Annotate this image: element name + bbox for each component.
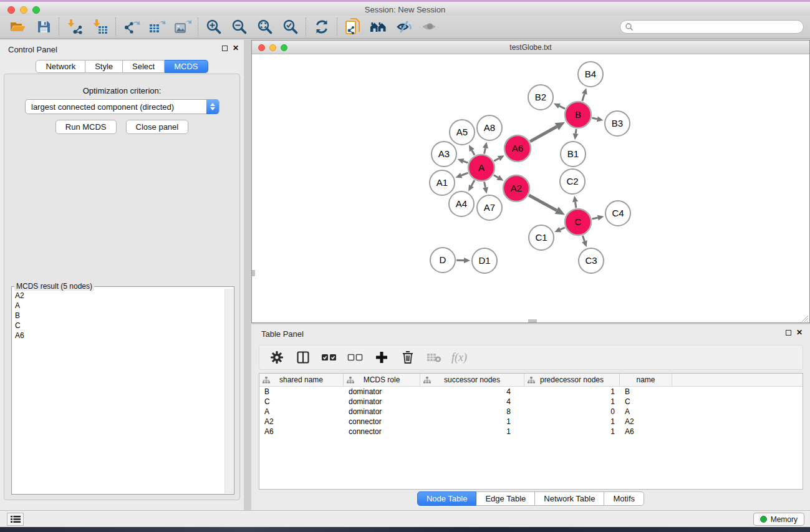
close-panel-icon[interactable]: ✕ xyxy=(233,45,239,51)
column-header-label: predecessor nodes xyxy=(540,375,604,384)
table-row-A2[interactable]: A2connector11A2 xyxy=(259,417,803,427)
task-history-icon[interactable] xyxy=(7,513,24,526)
show-columns-icon[interactable] xyxy=(294,348,312,367)
tab-style[interactable]: Style xyxy=(85,60,123,73)
criterion-select[interactable]: largest connected component (directed) xyxy=(25,99,219,114)
tab-edge-table[interactable]: Edge Table xyxy=(476,491,535,506)
table-cell: dominator xyxy=(344,407,420,416)
table-row-B[interactable]: Bdominator41B xyxy=(259,387,803,397)
criterion-value: largest connected component (directed) xyxy=(31,102,174,112)
tab-motifs[interactable]: Motifs xyxy=(604,491,644,506)
function-builder-icon[interactable]: f(x) xyxy=(451,351,467,364)
add-row-icon[interactable] xyxy=(373,348,390,367)
close-table-panel-icon[interactable]: ✕ xyxy=(796,329,803,336)
graph-edge-A-A2[interactable] xyxy=(494,175,498,178)
search-icon xyxy=(625,22,634,34)
column-header-successor-nodes[interactable]: successor nodes xyxy=(420,374,524,386)
zoom-in-icon[interactable] xyxy=(201,16,226,37)
mcds-result-item[interactable]: C xyxy=(15,321,224,331)
table-row-A6[interactable]: A6connector11A6 xyxy=(259,427,803,437)
settings-gear-icon[interactable] xyxy=(268,348,286,367)
table-toolbar: f(x) xyxy=(259,345,803,370)
export-image-icon[interactable] xyxy=(170,16,195,37)
zoom-out-icon[interactable] xyxy=(226,16,252,37)
graph-edge-A-A8[interactable] xyxy=(485,148,486,153)
column-header-name[interactable]: name xyxy=(620,374,672,386)
column-header-label: successor nodes xyxy=(444,375,500,384)
mcds-result-item[interactable]: B xyxy=(15,311,224,321)
select-all-icon[interactable] xyxy=(321,348,338,367)
refresh-icon[interactable] xyxy=(309,16,334,37)
horizontal-scroll-thumb[interactable] xyxy=(528,319,537,322)
delete-table-icon[interactable] xyxy=(425,348,443,367)
resize-grip-icon[interactable] xyxy=(801,314,809,322)
tab-node-table[interactable]: Node Table xyxy=(417,491,477,506)
graph-edge-A-A1[interactable] xyxy=(461,173,468,175)
graph-node-label: D xyxy=(440,254,446,265)
export-network-icon[interactable] xyxy=(118,16,144,37)
graph-edge-A6-B[interactable] xyxy=(530,127,557,142)
zoom-selected-icon[interactable] xyxy=(277,16,303,37)
table-cell: 1 xyxy=(524,387,620,396)
column-header-mcds-role[interactable]: MCDS role xyxy=(344,374,420,386)
mcds-result-item[interactable]: A2 xyxy=(15,291,224,301)
graph-edge-A-A5[interactable] xyxy=(472,150,475,155)
column-header-shared-name[interactable]: shared name xyxy=(259,374,344,386)
table-row-A[interactable]: Adominator80A xyxy=(259,407,803,417)
save-session-icon[interactable] xyxy=(31,16,56,37)
mcds-result-item[interactable]: A6 xyxy=(15,331,224,341)
graph-edge-B-B3[interactable] xyxy=(592,118,597,119)
toolbar-separator xyxy=(337,17,337,36)
graph-edge-B-B2[interactable] xyxy=(559,106,565,109)
attribute-tree-icon xyxy=(347,377,354,385)
vertical-scroll-thumb[interactable] xyxy=(252,270,255,276)
export-table-icon[interactable] xyxy=(144,16,170,37)
zoom-fit-icon[interactable] xyxy=(252,16,277,37)
graph-edge-C-C1[interactable] xyxy=(560,228,564,230)
network-window-titlebar[interactable]: testGlobe.txt xyxy=(252,41,809,54)
show-graphics-details-icon[interactable] xyxy=(417,16,442,37)
mcds-result-scrollbar[interactable] xyxy=(224,289,233,493)
network-from-selection-icon[interactable] xyxy=(340,16,365,37)
graph-node-label: C1 xyxy=(535,232,547,243)
tab-network[interactable]: Network xyxy=(36,60,85,73)
close-panel-button[interactable]: Close panel xyxy=(126,120,189,134)
table-cell: B xyxy=(620,387,672,396)
graph-node-label: C xyxy=(575,216,582,227)
mcds-result-item[interactable]: A xyxy=(15,301,224,311)
network-view-window: testGlobe.txt B4B2BB3A5A8A6A3B1AA1C2A2A4… xyxy=(251,40,810,323)
graph-edge-A-A3[interactable] xyxy=(463,161,468,163)
graph-edge-A-A6[interactable] xyxy=(494,158,499,161)
graph-edge-C-C2[interactable] xyxy=(576,202,576,208)
table-cell: connector xyxy=(344,417,420,426)
table-row-C[interactable]: Cdominator41C xyxy=(259,397,803,407)
network-overview-icon[interactable] xyxy=(365,16,391,37)
graph-edge-A-A4[interactable] xyxy=(471,180,475,186)
search-input[interactable] xyxy=(620,20,804,34)
delete-rows-icon[interactable] xyxy=(399,348,417,367)
float-table-panel-icon[interactable] xyxy=(786,330,791,336)
graph-edge-B-B4[interactable] xyxy=(582,94,585,101)
import-table-icon[interactable] xyxy=(87,16,113,37)
deselect-all-icon[interactable] xyxy=(347,348,364,367)
tab-network-table[interactable]: Network Table xyxy=(535,491,604,506)
graph-edge-B-B1[interactable] xyxy=(576,129,576,133)
column-header-predecessor-nodes[interactable]: predecessor nodes xyxy=(524,374,620,386)
graph-edge-A2-C[interactable] xyxy=(529,195,557,210)
column-header-label: MCDS role xyxy=(364,375,400,384)
attribute-tree-icon xyxy=(263,377,270,385)
graph-edge-arrowhead xyxy=(458,158,465,163)
graph-edge-A-A7[interactable] xyxy=(485,182,486,188)
open-file-icon[interactable] xyxy=(5,16,31,37)
run-mcds-button[interactable]: Run MCDS xyxy=(55,120,117,134)
graph-edge-C-C4[interactable] xyxy=(592,218,597,219)
hide-graphics-details-icon[interactable] xyxy=(391,16,417,37)
graph-node-label: B1 xyxy=(567,148,579,159)
network-canvas[interactable]: B4B2BB3A5A8A6A3B1AA1C2A2A4A7C4CC1C3DD1 xyxy=(252,54,809,322)
float-panel-icon[interactable] xyxy=(222,46,228,51)
graph-edge-C-C3[interactable] xyxy=(582,236,584,241)
import-network-icon[interactable] xyxy=(62,16,87,37)
tab-mcds[interactable]: MCDS xyxy=(165,60,208,73)
tab-select[interactable]: Select xyxy=(123,60,165,73)
memory-button[interactable]: Memory xyxy=(753,513,804,526)
